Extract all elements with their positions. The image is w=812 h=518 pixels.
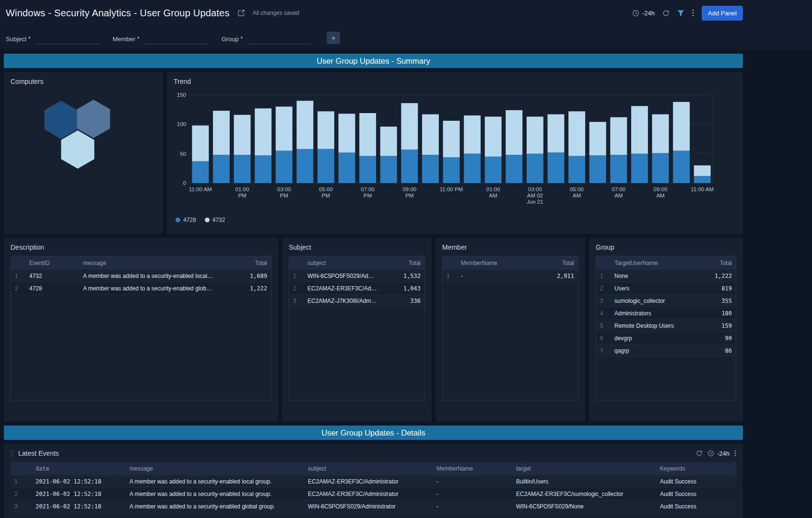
filter-field-member: Member * [113, 34, 208, 44]
column-header[interactable]: subject [304, 256, 381, 270]
summary-banner: User Group Updates - Summary [4, 54, 743, 68]
topbar: Windows - Security Analytics - User Grou… [0, 0, 747, 26]
table-row[interactable]: 1WIN-6C5PO5FS029/Administrator1,532 [289, 270, 424, 282]
panel-title: Member [442, 243, 578, 251]
share-icon[interactable] [237, 9, 245, 17]
cell: WIN-6C5PO5FS029/None [512, 500, 656, 513]
cell: 1,689 [218, 270, 271, 282]
column-header[interactable]: TargetUserName [611, 256, 693, 270]
column-header[interactable]: Total [530, 256, 578, 270]
table-container: TargetUserNameTotal1None1,2222Users8193s… [596, 256, 736, 401]
table-row[interactable]: 5Remote Desktop Users159 [596, 320, 736, 332]
member-panel: Member MemberNameTotal1-2,911 [435, 238, 585, 422]
cell: Administrators [611, 307, 693, 320]
cell: 1,043 [381, 282, 424, 295]
svg-text:03:00: 03:00 [528, 186, 542, 192]
required-marker: * [137, 35, 140, 42]
svg-text:PM: PM [322, 193, 330, 198]
table-row[interactable]: 1None1,222 [596, 270, 736, 282]
required-marker: * [28, 35, 31, 42]
hexagon[interactable] [44, 101, 77, 139]
table-row[interactable]: 22021-06-02 12:52:18A member was added t… [11, 488, 736, 500]
kebab-menu-icon[interactable] [734, 450, 736, 457]
add-panel-button[interactable]: Add Panel [702, 6, 743, 21]
computers-panel: Computers [4, 72, 163, 234]
latest-events-panel: Latest Events -24h datemessagesubjectMem… [4, 444, 743, 518]
svg-text:100: 100 [177, 121, 186, 127]
svg-text:PM: PM [280, 193, 288, 198]
time-range-label: -24h [642, 10, 655, 17]
member-filter-input[interactable] [143, 34, 208, 44]
kebab-menu-icon[interactable] [692, 9, 694, 17]
table-header-row: TargetUserNameTotal [596, 256, 736, 270]
column-header[interactable]: MemberName [457, 256, 530, 270]
table-container: subjectTotal1WIN-6C5PO5FS029/Administrat… [289, 256, 425, 401]
panel-title: Computers [11, 78, 156, 85]
refresh-icon[interactable] [662, 10, 670, 17]
cell: WIN-6C5PO5FS029/Administrator [304, 270, 381, 282]
table-row[interactable]: 7qagrp86 [596, 345, 736, 357]
column-header[interactable]: EventID [25, 256, 79, 270]
table-row[interactable]: 4Administrators180 [596, 307, 736, 320]
details-banner: User Group Updates - Details [4, 426, 743, 440]
column-header[interactable]: Total [381, 256, 424, 270]
subject-table: subjectTotal1WIN-6C5PO5FS029/Administrat… [289, 256, 424, 307]
column-header[interactable]: message [126, 462, 304, 475]
table-row[interactable]: 3EC2AMAZ-J7K308I/Administrator336 [289, 295, 424, 307]
chart-legend: 4728 4732 [174, 217, 736, 223]
add-filter-button[interactable]: + [327, 32, 340, 44]
filter-label: Group [222, 35, 239, 43]
table-row[interactable]: 6devgrp90 [596, 332, 736, 345]
column-header[interactable]: date [32, 462, 126, 475]
hexagon[interactable] [61, 130, 94, 169]
column-header[interactable]: MemberName [433, 462, 512, 475]
table-row[interactable]: 2EC2AMAZ-ER3EF3C/Administrator1,043 [289, 282, 424, 295]
cell: EC2AMAZ-ER3EF3C/Administrator [304, 282, 381, 295]
trend-chart[interactable]: 05010015011:00 AM01:00PM03:00PM05:00PM07… [174, 90, 740, 211]
table-row[interactable]: 3sumologic_collector355 [596, 295, 736, 307]
svg-text:11:00 PM: 11:00 PM [440, 186, 463, 192]
table-row[interactable]: 2Users819 [596, 282, 736, 295]
group-table: TargetUserNameTotal1None1,2222Users8193s… [596, 256, 736, 357]
latest-events-table: datemessagesubjectMemberNametargetKeywor… [11, 462, 736, 513]
legend-item[interactable]: 4728 [176, 217, 196, 223]
cell: Audit Success [656, 500, 736, 513]
column-header[interactable]: message [79, 256, 218, 270]
cell: EC2AMAZ-ER3EF3C/Administrator [304, 488, 433, 500]
cell: Builtin/Users [512, 475, 656, 488]
column-header[interactable]: Keywords [656, 462, 736, 475]
table-row[interactable]: 32021-06-02 12:52:18A member was added t… [11, 500, 736, 513]
cell: 2021-06-02 12:52:18 [32, 500, 126, 513]
table-row[interactable]: 14732A member was added to a security-en… [11, 270, 271, 282]
cell: 2021-06-02 12:52:18 [32, 488, 126, 500]
refresh-icon[interactable] [696, 450, 703, 457]
table-row[interactable]: 24728A member was added to a security-en… [11, 282, 271, 295]
cell: 90 [693, 332, 736, 345]
column-header[interactable]: Total [693, 256, 736, 270]
group-filter-input[interactable] [247, 34, 311, 44]
table-row[interactable]: 12021-06-02 12:52:18A member was added t… [11, 475, 736, 488]
cell: 86 [693, 345, 736, 357]
subject-filter-input[interactable] [35, 34, 99, 44]
column-header[interactable]: target [512, 462, 656, 475]
cell: 819 [693, 282, 736, 295]
table-row[interactable]: 1-2,911 [443, 270, 578, 282]
cell: A member was added to a security-enabled… [79, 270, 218, 282]
column-header[interactable]: Total [218, 256, 271, 270]
time-range-control[interactable]: -24h [707, 450, 730, 457]
group-panel: Group TargetUserNameTotal1None1,2222User… [589, 238, 743, 422]
filter-icon[interactable] [677, 10, 684, 17]
hexagon[interactable] [77, 100, 110, 138]
panel-title: Trend [174, 78, 736, 85]
honeycomb-visualization [11, 90, 154, 219]
time-range-control[interactable]: -24h [632, 10, 655, 17]
filter-field-group: Group * [222, 34, 311, 44]
cell: None [611, 270, 693, 282]
column-header[interactable]: subject [304, 462, 433, 475]
cell: 4732 [25, 270, 79, 282]
legend-item[interactable]: 4732 [205, 217, 225, 223]
legend-label: 4728 [183, 217, 196, 223]
cell: 1,222 [218, 282, 271, 295]
cell: qagrp [611, 345, 693, 357]
drag-handle-icon[interactable] [11, 450, 14, 457]
